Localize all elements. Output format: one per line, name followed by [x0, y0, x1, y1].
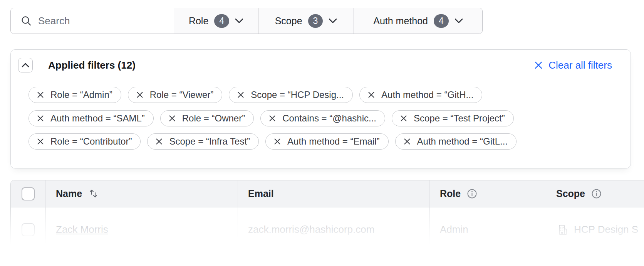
auth-method-filter-label: Auth method	[373, 15, 428, 27]
close-icon	[403, 138, 411, 145]
sort-icon[interactable]	[88, 189, 99, 199]
info-icon[interactable]	[591, 189, 602, 199]
row-cell-name: Zack Morris	[46, 207, 238, 252]
filter-pill[interactable]: Role = “Contributor”	[29, 133, 141, 150]
scope-filter-count-badge: 3	[308, 14, 323, 28]
filter-pill-label: Role = “Contributor”	[50, 136, 132, 147]
filter-pill[interactable]: Auth method = “SAML”	[29, 110, 154, 126]
collapse-panel-button[interactable]	[18, 58, 33, 72]
row-cell-role: Admin	[430, 207, 546, 252]
clear-all-filters-button[interactable]: Clear all filters	[534, 59, 612, 71]
filter-pill-label: Auth method = “GitL...	[417, 136, 508, 147]
close-icon	[273, 138, 281, 145]
role-filter-count-badge: 4	[214, 14, 229, 28]
scope-column-label: Scope	[556, 188, 585, 199]
filter-pill[interactable]: Contains = “@hashic...	[260, 110, 385, 126]
row-cell-scope: HCP Design S	[546, 207, 644, 252]
role-filter-label: Role	[189, 15, 208, 27]
table-header-row: Name Email Role	[11, 180, 644, 207]
auth-method-filter-count-badge: 4	[434, 14, 449, 28]
organization-icon	[556, 224, 569, 236]
role-column-label: Role	[440, 188, 461, 199]
applied-filters-title: Applied filters (12)	[48, 59, 136, 71]
header-cell-role[interactable]: Role	[430, 180, 546, 207]
filter-pill-label: Auth method = “Email”	[287, 136, 379, 147]
role-filter-dropdown[interactable]: Role 4	[174, 8, 258, 34]
applied-filters-panel: Applied filters (12) Clear all filters R…	[10, 49, 631, 168]
email-column-label: Email	[248, 188, 274, 199]
users-table: Name Email Role	[10, 180, 644, 252]
header-cell-select	[11, 180, 46, 207]
filter-pill[interactable]: Role = “Admin”	[29, 87, 121, 103]
close-icon	[400, 114, 408, 122]
close-icon	[37, 138, 44, 145]
header-cell-name[interactable]: Name	[46, 180, 238, 207]
filter-pill-label: Scope = “HCP Desig...	[251, 89, 344, 100]
filter-pill[interactable]: Role = “Viewer”	[128, 87, 223, 103]
filter-pill-label: Role = “Viewer”	[150, 89, 214, 100]
close-icon	[367, 91, 375, 99]
close-icon	[136, 91, 144, 99]
chevron-down-icon	[454, 18, 463, 24]
row-cell-email: zack.morris@hashicorp.com	[238, 207, 430, 252]
applied-filters-header: Applied filters (12) Clear all filters	[18, 58, 612, 72]
filter-pill[interactable]: Scope = “Infra Test”	[147, 133, 259, 150]
close-icon	[268, 114, 276, 122]
filter-pill-label: Contains = “@hashic...	[282, 113, 376, 124]
filter-pill-row: Role = “Contributor” Scope = “Infra Test…	[29, 133, 517, 150]
filter-pill-row: Role = “Admin” Role = “Viewer” Scope = “…	[29, 87, 482, 103]
chevron-up-icon	[22, 63, 29, 67]
filter-pill[interactable]: Auth method = “Email”	[265, 133, 388, 150]
search-box[interactable]	[11, 8, 174, 34]
filter-pill-label: Role = “Owner”	[182, 113, 245, 124]
page: Role 4 Scope 3 Auth method 4	[0, 0, 644, 266]
row-checkbox[interactable]	[22, 223, 35, 236]
filter-pill-label: Scope = “Test Project”	[414, 113, 505, 124]
user-email: zack.morris@hashicorp.com	[248, 224, 374, 236]
close-icon	[37, 91, 44, 99]
close-icon	[155, 138, 163, 145]
name-column-label: Name	[56, 188, 82, 199]
filter-pill-label: Scope = “Infra Test”	[169, 136, 250, 147]
filter-pill[interactable]: Auth method = “GitH...	[359, 87, 482, 103]
filter-toolbar: Role 4 Scope 3 Auth method 4	[10, 8, 483, 34]
user-scope: HCP Design S	[574, 224, 638, 236]
header-cell-scope[interactable]: Scope	[546, 180, 644, 207]
filter-pill-label: Auth method = “SAML”	[50, 113, 145, 124]
filter-pill-label: Auth method = “GitH...	[381, 89, 473, 100]
filter-pill[interactable]: Role = “Owner”	[160, 110, 254, 126]
user-name-link[interactable]: Zack Morris	[56, 224, 108, 236]
search-input[interactable]	[38, 15, 174, 27]
close-icon	[534, 61, 543, 70]
user-role: Admin	[440, 224, 468, 236]
close-icon	[37, 114, 44, 122]
scope-filter-label: Scope	[275, 15, 302, 27]
info-icon[interactable]	[467, 189, 477, 199]
filter-pill[interactable]: Scope = “HCP Desig...	[229, 87, 353, 103]
clear-all-filters-label: Clear all filters	[548, 59, 612, 71]
table-row: Zack Morris zack.morris@hashicorp.com Ad…	[11, 207, 644, 252]
chevron-down-icon	[235, 18, 243, 24]
filter-pill-label: Role = “Admin”	[50, 89, 112, 100]
search-icon	[21, 15, 32, 26]
filter-pill-row: Auth method = “SAML” Role = “Owner” Cont…	[29, 110, 514, 126]
select-all-checkbox[interactable]	[22, 187, 35, 200]
filter-pill[interactable]: Auth method = “GitL...	[395, 133, 517, 150]
chevron-down-icon	[329, 18, 337, 24]
auth-method-filter-dropdown[interactable]: Auth method 4	[354, 8, 482, 34]
row-cell-select	[11, 207, 46, 252]
header-cell-email[interactable]: Email	[238, 180, 430, 207]
filter-pill[interactable]: Scope = “Test Project”	[392, 110, 514, 126]
close-icon	[237, 91, 245, 99]
scope-filter-dropdown[interactable]: Scope 3	[258, 8, 354, 34]
close-icon	[168, 114, 176, 122]
